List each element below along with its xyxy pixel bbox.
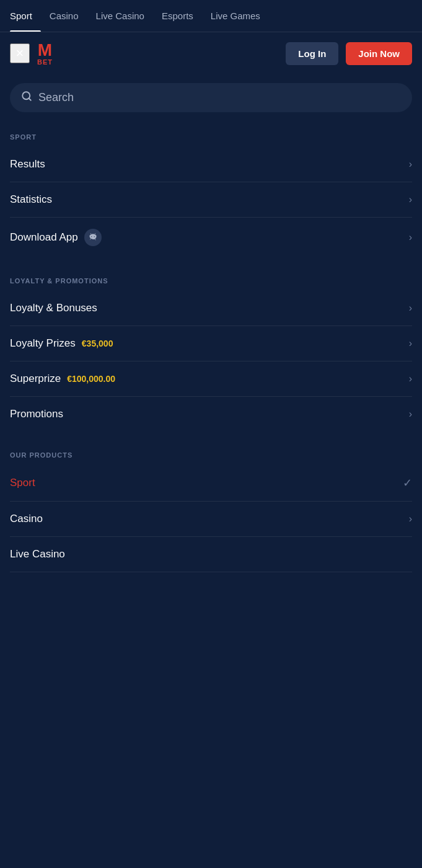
products-section: OUR PRODUCTS Sport ✓ Casino › Live Casin… [0, 439, 422, 572]
menu-item-promotions[interactable]: Promotions › [10, 397, 412, 432]
chevron-right-icon: › [409, 409, 412, 420]
top-nav: Sport Casino Live Casino Esports Live Ga… [0, 0, 422, 32]
loyalty-prizes-badge: €35,000 [82, 339, 113, 348]
superprize-left: Superprize €100,000.00 [10, 373, 115, 385]
search-input[interactable] [38, 91, 401, 104]
statistics-label: Statistics [10, 193, 52, 206]
products-menu-list: Sport ✓ Casino › Live Casino [10, 465, 412, 572]
nav-item-esports[interactable]: Esports [153, 0, 202, 32]
results-label: Results [10, 158, 45, 170]
chevron-right-icon: › [409, 513, 412, 525]
check-icon: ✓ [403, 476, 412, 490]
menu-item-sport[interactable]: Sport ✓ [10, 465, 412, 502]
superprize-label: Superprize [10, 373, 61, 385]
login-button[interactable]: Log In [286, 42, 338, 65]
chevron-right-icon: › [409, 303, 412, 314]
sport-menu-list: Results › Statistics › Download App › [10, 147, 412, 257]
svg-line-1 [29, 98, 30, 100]
chevron-right-icon: › [409, 194, 412, 205]
search-box [10, 83, 412, 112]
sport-section: SPORT Results › Statistics › Download Ap… [0, 121, 422, 257]
promotions-label: Promotions [10, 408, 63, 420]
sport-section-label: SPORT [10, 133, 412, 141]
menu-item-loyalty-prizes[interactable]: Loyalty Prizes €35,000 › [10, 326, 412, 361]
logo: M BET [37, 42, 53, 66]
sport-product-label: Sport [10, 477, 35, 489]
menu-item-loyalty-bonuses[interactable]: Loyalty & Bonuses › [10, 291, 412, 326]
loyalty-bonuses-label: Loyalty & Bonuses [10, 302, 97, 314]
menu-item-download-app[interactable]: Download App › [10, 218, 412, 257]
android-icon [84, 229, 102, 246]
menu-item-superprize[interactable]: Superprize €100,000.00 › [10, 361, 412, 397]
header: × M BET Log In Join Now [0, 32, 422, 74]
casino-product-label: Casino [10, 513, 43, 525]
nav-item-live-games[interactable]: Live Games [202, 0, 269, 32]
logo-bet: BET [37, 59, 53, 66]
nav-item-casino[interactable]: Casino [41, 0, 87, 32]
logo-m: M [38, 42, 52, 59]
chevron-right-icon: › [409, 373, 412, 384]
superprize-badge: €100,000.00 [67, 374, 115, 384]
live-casino-product-label: Live Casino [10, 548, 65, 560]
loyalty-menu-list: Loyalty & Bonuses › Loyalty Prizes €35,0… [10, 291, 412, 432]
menu-item-live-casino-product[interactable]: Live Casino [10, 537, 412, 572]
search-container [0, 74, 422, 121]
join-button[interactable]: Join Now [346, 42, 412, 65]
chevron-right-icon: › [409, 232, 412, 243]
nav-item-sport[interactable]: Sport [10, 0, 41, 32]
download-app-left: Download App [10, 229, 102, 246]
nav-item-live-casino[interactable]: Live Casino [87, 0, 153, 32]
loyalty-section-label: LOYALTY & PROMOTIONS [10, 277, 412, 285]
products-section-label: OUR PRODUCTS [10, 451, 412, 459]
loyalty-section: LOYALTY & PROMOTIONS Loyalty & Bonuses ›… [0, 265, 422, 432]
chevron-right-icon: › [409, 338, 412, 349]
search-icon [21, 91, 32, 105]
download-app-label: Download App [10, 231, 78, 244]
menu-item-results[interactable]: Results › [10, 147, 412, 182]
loyalty-prizes-left: Loyalty Prizes €35,000 [10, 337, 113, 350]
menu-item-statistics[interactable]: Statistics › [10, 182, 412, 218]
loyalty-prizes-label: Loyalty Prizes [10, 337, 76, 350]
close-button[interactable]: × [10, 43, 30, 63]
chevron-right-icon: › [409, 159, 412, 170]
menu-item-casino-product[interactable]: Casino › [10, 502, 412, 537]
